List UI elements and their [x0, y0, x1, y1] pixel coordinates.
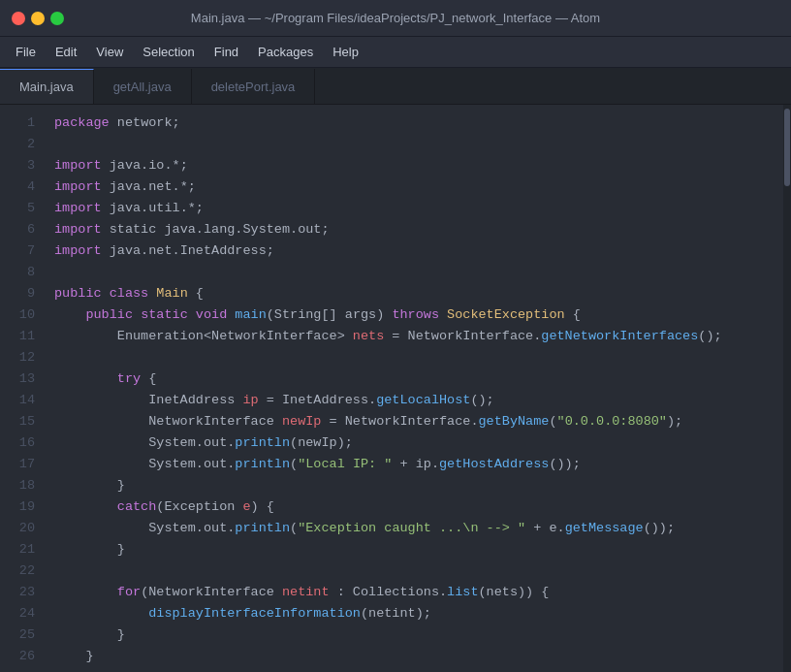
tab-getall-java[interactable]: getAll.java [94, 69, 192, 104]
code-line-16: System.out.println(newIp); [54, 432, 783, 454]
editor: 1 2 3 4 5 6 7 8 9 10 11 12 13 14 15 16 1… [0, 105, 791, 672]
tabbar: Main.java getAll.java deletePort.java [0, 68, 791, 105]
vertical-scrollbar[interactable] [783, 105, 791, 672]
code-line-20: System.out.println("Exception caught ...… [54, 518, 783, 539]
menu-packages[interactable]: Packages [250, 41, 321, 63]
traffic-lights [12, 12, 64, 25]
menu-selection[interactable]: Selection [135, 41, 202, 63]
code-line-15: NetworkInterface newIp = NetworkInterfac… [54, 411, 783, 432]
code-line-22 [54, 560, 783, 582]
tab-deleteport-java[interactable]: deletePort.java [192, 69, 316, 104]
close-button[interactable] [12, 12, 25, 25]
scrollbar-thumb[interactable] [784, 109, 790, 186]
code-line-1: package network; [54, 112, 783, 134]
code-line-12 [54, 347, 783, 368]
tab-main-java[interactable]: Main.java [0, 69, 94, 104]
code-line-23: for(NetworkInterface netint : Collection… [54, 582, 783, 603]
code-line-8 [54, 262, 783, 283]
maximize-button[interactable] [50, 12, 64, 25]
menu-edit[interactable]: Edit [47, 41, 84, 63]
code-line-18: } [54, 475, 783, 496]
code-editor[interactable]: package network; import java.io.*; impor… [47, 105, 783, 672]
menubar: File Edit View Selection Find Packages H… [0, 37, 791, 68]
line-numbers: 1 2 3 4 5 6 7 8 9 10 11 12 13 14 15 16 1… [0, 105, 47, 672]
code-line-2 [54, 134, 783, 155]
code-line-17: System.out.println("Local IP: " + ip.get… [54, 454, 783, 475]
code-line-11: Enumeration<NetworkInterface> nets = Net… [54, 326, 783, 347]
window-title: Main.java — ~/Program Files/ideaProjects… [191, 11, 600, 25]
menu-help[interactable]: Help [325, 41, 366, 63]
code-line-21: } [54, 539, 783, 560]
minimize-button[interactable] [31, 12, 45, 25]
code-line-5: import java.util.*; [54, 198, 783, 219]
code-line-26: } [54, 646, 783, 667]
menu-view[interactable]: View [88, 41, 131, 63]
code-line-25: } [54, 624, 783, 646]
code-line-19: catch(Exception e) { [54, 496, 783, 518]
code-line-9: public class Main { [54, 283, 783, 304]
code-line-14: InetAddress ip = InetAddress.getLocalHos… [54, 390, 783, 411]
menu-find[interactable]: Find [206, 41, 246, 63]
code-line-7: import java.net.InetAddress; [54, 240, 783, 262]
code-line-24: displayInterfaceInformation(netint); [54, 603, 783, 624]
menu-file[interactable]: File [8, 41, 44, 63]
code-line-4: import java.net.*; [54, 176, 783, 198]
code-line-6: import static java.lang.System.out; [54, 219, 783, 240]
titlebar: Main.java — ~/Program Files/ideaProjects… [0, 0, 791, 37]
code-line-10: public static void main(String[] args) t… [54, 304, 783, 326]
code-line-13: try { [54, 368, 783, 390]
code-line-3: import java.io.*; [54, 155, 783, 176]
